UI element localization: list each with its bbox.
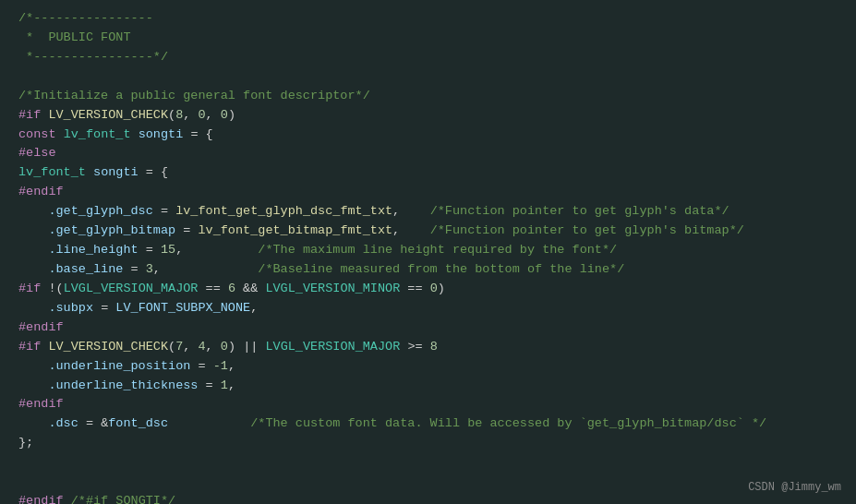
code-line-4 (18, 67, 838, 87)
code-line-18: #if LV_VERSION_CHECK(7, 4, 0) || LVGL_VE… (18, 338, 838, 357)
code-line-10: #endif (18, 183, 838, 202)
code-line-15: #if !(LVGL_VERSION_MAJOR == 6 && LVGL_VE… (18, 280, 838, 299)
code-line-3: *----------------*/ (18, 48, 838, 67)
code-line-13: .line_height = 15, /*The maximum line he… (18, 241, 838, 260)
code-line-5: /*Initialize a public general font descr… (18, 87, 838, 106)
code-line-22: .dsc = &font_dsc /*The custom font data.… (18, 414, 838, 434)
code-container: /*---------------- * PUBLIC FONT *------… (0, 0, 856, 504)
code-line-20: .underline_thickness = 1, (18, 377, 838, 396)
code-line-12: .get_glyph_bitmap = lv_font_get_bitmap_f… (18, 222, 838, 241)
code-line-1: /*---------------- (18, 9, 838, 29)
code-line-19: .underline_position = -1, (18, 357, 838, 377)
code-line-26: #endif /*#if SONGTI*/ (18, 492, 838, 504)
code-line-2: * PUBLIC FONT (18, 29, 838, 48)
code-line-8: #else (18, 144, 838, 163)
code-line-24 (18, 453, 838, 473)
code-line-16: .subpx = LV_FONT_SUBPX_NONE, (18, 299, 838, 318)
code-line-11: .get_glyph_dsc = lv_font_get_glyph_dsc_f… (18, 202, 838, 222)
code-line-25 (18, 473, 838, 492)
code-line-17: #endif (18, 318, 838, 338)
code-line-7: const lv_font_t songti = { (18, 126, 838, 145)
code-line-9: lv_font_t songti = { (18, 163, 838, 183)
code-line-21: #endif (18, 395, 838, 414)
code-line-6: #if LV_VERSION_CHECK(8, 0, 0) (18, 106, 838, 126)
code-line-23: }; (18, 434, 838, 453)
code-line-14: .base_line = 3, /*Baseline measured from… (18, 260, 838, 280)
footer-watermark: CSDN @Jimmy_wm (748, 479, 841, 497)
